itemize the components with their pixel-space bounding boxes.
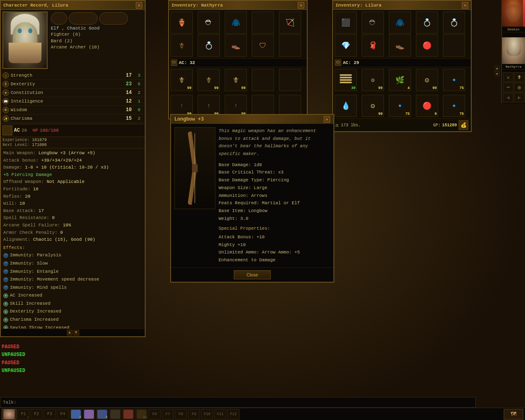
bag-slot-9[interactable]: [252, 95, 274, 117]
hotbar-slot-f11[interactable]: F6: [148, 409, 161, 420]
inv-slot-nath-6[interactable]: 🗡: [171, 34, 193, 57]
lilura-bag-3[interactable]: 🌿 4: [389, 69, 411, 91]
hotbar-slot-f2[interactable]: F2: [30, 409, 43, 420]
nathyrra-label: Nathyrra: [502, 64, 525, 69]
effect-immunity-entangle: 🛡 Immunity: Entangle: [3, 268, 142, 276]
lilura-bag-4[interactable]: ⚙ 99: [416, 69, 438, 91]
damage-value: 1-8 + 10 (Critical: 19-20 / x3): [25, 165, 109, 170]
inv-slot-nath-7[interactable]: 💍: [198, 34, 220, 57]
inv-slot-nath-2[interactable]: ⛑: [198, 11, 220, 34]
lilura-bag-2[interactable]: ⚙ 99: [362, 69, 384, 91]
char-class1: Fighter (6): [51, 32, 142, 38]
lilura-equip-7[interactable]: 🧣: [362, 34, 384, 57]
hotbar-slot-f3[interactable]: F3: [43, 409, 56, 420]
icon-btn-3[interactable]: —: [503, 82, 514, 92]
hotbar-slot-f12[interactable]: F7: [162, 409, 174, 420]
hotbar-slot-extra3[interactable]: F10: [201, 409, 213, 420]
bag-slot-4[interactable]: [252, 69, 274, 91]
inventory-nathyrra-panel: Inventory: Nathyrra ✕ 🏺 ⛑ 🧥 🏹 🗡 💍 👞 🛡: [168, 0, 308, 119]
inv-slot-nath-5[interactable]: 🏹: [279, 11, 301, 34]
char-record-close[interactable]: ✕: [136, 2, 142, 9]
lilura-equip-2[interactable]: ⛑: [362, 11, 384, 34]
close-item-button[interactable]: Close: [234, 270, 271, 279]
charisma-icon: ✨: [2, 115, 9, 122]
inv-slot-nath-8[interactable]: 👞: [225, 34, 247, 57]
bag-slot-7[interactable]: ↑ 99: [198, 95, 220, 117]
lilura-bag-6[interactable]: 💧: [335, 95, 357, 117]
scroll-down[interactable]: ▼: [73, 330, 79, 336]
bag-slot-8[interactable]: ↑ 99: [225, 95, 247, 117]
map-button[interactable]: 🗺: [504, 409, 523, 420]
charisma-label: Charisma: [11, 116, 123, 121]
intelligence-label: Intelligence: [11, 99, 123, 104]
lilura-bag-8[interactable]: 🔹 75: [389, 95, 411, 117]
hotbar-slot-f8[interactable]: [109, 409, 121, 420]
attack-bonus-prop: Attack Bonus: +10: [219, 233, 330, 241]
inv-slot-nath-9[interactable]: 🛡: [252, 34, 274, 57]
lilura-inv-close[interactable]: ✕: [462, 2, 468, 9]
lilura-equip-8[interactable]: 👞: [389, 34, 411, 57]
next-level-value: 171000: [32, 143, 47, 147]
lilura-equip-3[interactable]: 🧥: [389, 11, 411, 34]
scroll-up[interactable]: ▲: [67, 330, 73, 336]
effect-immunity-paralysis: 🛡 Immunity: Paralysis: [3, 251, 142, 260]
bag-slot-10[interactable]: [279, 95, 301, 117]
base-attack-value: 17: [39, 208, 44, 213]
bag-slot-3[interactable]: 🗡 99: [225, 69, 247, 91]
hotbar-slot-f7[interactable]: 2: [96, 409, 108, 420]
nathyrra-close[interactable]: ✕: [298, 2, 304, 9]
base-item: Base Item: Longbow: [219, 207, 330, 215]
inv-slot-nath-4[interactable]: [252, 11, 274, 34]
icon-btn-5[interactable]: ◁: [503, 93, 514, 103]
item-detail-close[interactable]: ✕: [324, 116, 330, 123]
lilura-equip-6[interactable]: 💎: [335, 34, 357, 57]
inv-slot-nath-3[interactable]: 🧥: [225, 11, 247, 34]
hotbar-slot-f4[interactable]: F4: [57, 409, 69, 420]
lilura-equip-5[interactable]: 💍: [443, 11, 465, 34]
shield-icon-4: 🛡: [3, 277, 8, 282]
lilura-bag-5[interactable]: 🔹 75: [443, 69, 465, 91]
intelligence-mod: 1: [135, 99, 143, 104]
inv-slot-nath-1[interactable]: 🏺: [171, 11, 193, 34]
up-icon-4: ▲: [3, 317, 8, 322]
talk-input[interactable]: [19, 400, 473, 405]
hotbar-slot-extra5[interactable]: F12: [227, 409, 240, 420]
bag-slot-5[interactable]: [279, 69, 301, 91]
lilura-bag-10[interactable]: 🔹 75: [443, 95, 465, 117]
effect-immunity-mind: 🛡 Immunity: Mind spells: [3, 284, 142, 292]
lilura-equip-10[interactable]: [443, 34, 465, 57]
hotbar-slot-f1[interactable]: F1 1: [17, 409, 30, 420]
shield-icon-5: 🛡: [3, 285, 8, 290]
hotbar-slot-f9[interactable]: [122, 409, 135, 420]
hotbar-slot-extra2[interactable]: F9: [188, 409, 200, 420]
hotbar-slot-portrait[interactable]: [2, 409, 16, 420]
hotbar-slot-f6[interactable]: [83, 409, 95, 420]
hotbar-slot-extra4[interactable]: F11: [214, 409, 226, 420]
scroll-down-right[interactable]: ▼: [495, 71, 500, 76]
gp-icon: 💰: [459, 120, 468, 130]
inv-slot-nath-10[interactable]: [279, 34, 301, 57]
bag-slot-2[interactable]: 🗡 99: [198, 69, 220, 91]
icon-btn-2[interactable]: 🗡: [514, 72, 525, 82]
item-desc: This magic weapon has an enhancement bon…: [219, 127, 330, 158]
ac-value: AC: [14, 128, 20, 133]
strength-label: Strength: [11, 73, 123, 78]
lilura-bag-7[interactable]: ⚙ 99: [362, 95, 384, 117]
lilura-equip-1[interactable]: ⬛: [335, 11, 357, 34]
bag-slot-6[interactable]: ↑ 99: [171, 95, 193, 117]
hotbar-slot-extra1[interactable]: F8: [175, 409, 187, 420]
icon-btn-1[interactable]: ⚔: [503, 72, 514, 82]
lilura-bag-1[interactable]: 30: [335, 69, 357, 91]
scroll-up-right[interactable]: ▲: [495, 66, 500, 71]
icon-btn-6[interactable]: ▷: [514, 93, 525, 103]
lilura-equip-4[interactable]: 💍: [416, 11, 438, 34]
will-value: 10: [20, 201, 25, 206]
hotbar-slot-f5[interactable]: 2: [70, 409, 82, 420]
deekin-portrait-container[interactable]: Deekin: [502, 0, 525, 32]
bag-slot-1[interactable]: 🗡 99: [171, 69, 193, 91]
lilura-equip-9[interactable]: 🔴: [416, 34, 438, 57]
icon-btn-4[interactable]: ◎: [514, 82, 525, 92]
lilura-bag-9[interactable]: 🔴 9: [416, 95, 438, 117]
nathyrra-portrait-container[interactable]: Nathyrra: [502, 34, 525, 70]
hotbar-slot-f10[interactable]: F5: [135, 409, 148, 420]
